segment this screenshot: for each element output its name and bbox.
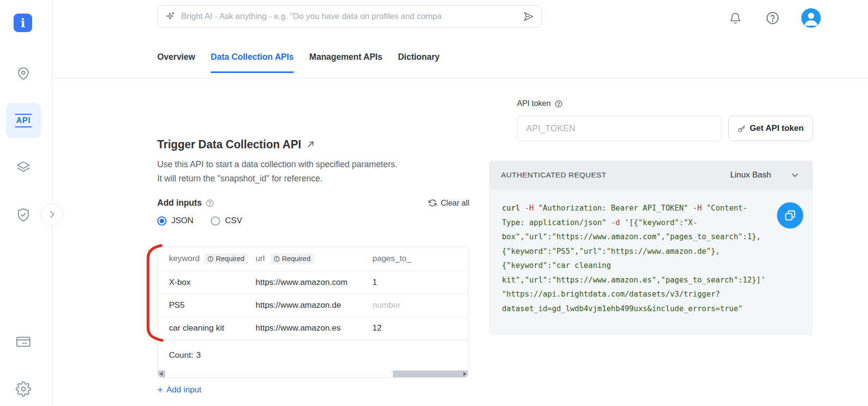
scroll-left-arrow[interactable] — [160, 372, 163, 376]
app-window: i API — [0, 0, 868, 406]
copy-icon — [784, 209, 796, 222]
help-icon — [765, 11, 780, 25]
avatar[interactable] — [801, 8, 821, 28]
radio-csv[interactable]: CSV — [211, 216, 242, 226]
page-description: Use this API to start a data collection … — [157, 158, 474, 185]
keyword-cell[interactable]: car cleaning kit — [169, 323, 256, 333]
send-icon[interactable] — [522, 10, 535, 23]
page-title: Trigger Data Collection API — [157, 138, 301, 151]
code-block: curl -H "Authorization: Bearer API_TOKEN… — [489, 190, 813, 335]
map-pin-icon — [16, 67, 31, 81]
count-value: 3 — [196, 351, 201, 360]
col-pages-to-search: pages_to_ — [372, 254, 468, 264]
clear-all-button[interactable]: Clear all — [428, 199, 469, 208]
inputs-table: keyword Required url Required pages_to_ … — [158, 246, 468, 378]
table-row: PS5 https://www.amazon.de number — [158, 294, 468, 317]
required-badge: Required — [271, 253, 314, 264]
page-tabs: Overview Data Collection APIs Management… — [157, 52, 440, 73]
col-keyword: keyword — [169, 254, 200, 264]
required-badge: Required — [204, 253, 248, 264]
layers-icon — [16, 160, 31, 176]
request-panel: AUTHENTICATED REQUEST Linux Bash curl -H… — [489, 160, 813, 335]
info-circle-icon — [274, 256, 280, 262]
info-circle-icon — [207, 256, 214, 262]
sidebar-item-datasets[interactable] — [12, 156, 35, 179]
radio-csv-dot — [211, 216, 220, 226]
sidebar-item-api[interactable]: API — [6, 103, 41, 138]
get-api-token-button[interactable]: Get API token — [728, 116, 813, 141]
key-icon — [738, 124, 746, 133]
tab-overview[interactable]: Overview — [157, 52, 195, 73]
table-header: keyword Required url Required pages_to_ — [158, 247, 468, 271]
keyword-cell[interactable]: PS5 — [169, 300, 256, 310]
sidebar-item-compliance[interactable] — [12, 203, 35, 227]
horizontal-scrollbar[interactable] — [158, 371, 468, 377]
url-cell[interactable]: https://www.amazon.es — [256, 323, 372, 333]
table-row: car cleaning kit https://www.amazon.es 1… — [158, 317, 468, 339]
shield-check-icon — [16, 208, 31, 222]
external-link-icon[interactable] — [306, 139, 316, 149]
sidebar-item-settings[interactable] — [12, 377, 35, 401]
url-cell[interactable]: https://www.amazon.de — [256, 300, 372, 310]
brightdata-logo[interactable]: i — [14, 14, 32, 32]
request-panel-header: AUTHENTICATED REQUEST Linux Bash — [489, 160, 813, 190]
notifications-button[interactable] — [724, 7, 746, 29]
ai-search-bar — [157, 5, 542, 28]
help-circle-icon[interactable] — [205, 199, 214, 208]
radio-json[interactable]: JSON — [157, 216, 193, 226]
pages-cell[interactable]: 1 — [372, 278, 468, 287]
scroll-right-arrow[interactable] — [463, 372, 466, 376]
search-input[interactable] — [181, 12, 517, 21]
api-token-input[interactable] — [517, 116, 721, 141]
sidebar: i API — [0, 0, 52, 406]
user-icon — [801, 8, 821, 28]
pages-cell[interactable]: 12 — [372, 323, 468, 333]
plus-icon: + — [157, 386, 163, 394]
tab-data-collection-apis[interactable]: Data Collection APIs — [211, 52, 294, 73]
help-circle-icon[interactable] — [554, 100, 563, 108]
sidebar-expand-button[interactable] — [41, 203, 63, 226]
radio-json-dot — [157, 216, 166, 226]
bell-icon — [729, 12, 742, 25]
chevron-right-icon — [47, 210, 57, 219]
logo-letter: i — [20, 16, 25, 30]
api-icon: API — [15, 114, 32, 127]
panel-title: AUTHENTICATED REQUEST — [501, 171, 607, 179]
tabs-divider — [52, 78, 868, 78]
sparkle-icon — [165, 11, 176, 22]
keyword-cell[interactable]: X-box — [169, 278, 256, 287]
table-row: X-box https://www.amazon.com 1 — [158, 271, 468, 294]
add-input-button[interactable]: + Add input — [157, 385, 202, 395]
sidebar-item-proxies[interactable] — [12, 62, 35, 86]
tab-dictionary[interactable]: Dictionary — [398, 52, 440, 73]
pages-cell-placeholder[interactable]: number — [372, 300, 468, 310]
input-format-radios: JSON CSV — [157, 216, 242, 226]
api-token-label: API token — [517, 99, 551, 108]
chevron-down-icon — [791, 171, 799, 179]
language-dropdown[interactable]: Linux Bash — [730, 170, 799, 180]
col-url: url — [256, 254, 265, 264]
gear-icon — [16, 381, 31, 397]
copy-button[interactable] — [777, 202, 803, 229]
add-inputs-label: Add inputs — [157, 198, 202, 208]
help-button[interactable] — [762, 7, 783, 29]
count-label: Count: — [169, 351, 193, 360]
sidebar-item-billing[interactable] — [12, 330, 35, 353]
credit-card-icon — [16, 334, 31, 350]
url-cell[interactable]: https://www.amazon.com — [256, 278, 372, 287]
scrollbar-thumb[interactable] — [165, 371, 393, 377]
count-row: Count: 3 — [158, 339, 468, 371]
tab-management-apis[interactable]: Management APIs — [309, 52, 382, 73]
refresh-icon — [428, 199, 437, 207]
